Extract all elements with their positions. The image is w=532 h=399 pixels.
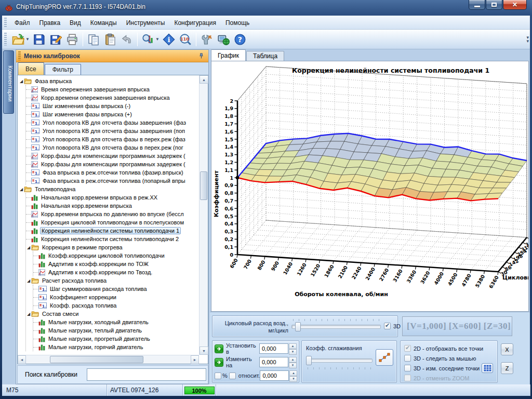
tree-item[interactable]: Малые нагрузки, горячий двигатель <box>33 343 199 351</box>
menu-item-7[interactable]: Помощь <box>221 17 254 29</box>
maximize-button[interactable] <box>486 0 502 10</box>
option-checkbox-2[interactable] <box>404 355 411 362</box>
tree-item[interactable]: 1.2Угол поворота КВ для отсчета фазы зав… <box>26 118 199 127</box>
tree-folder[interactable]: ◢Коррекция в режиме прогрева <box>26 243 199 251</box>
tree-item[interactable]: 1.2Угол поворота КВ для отсчета фазы зав… <box>26 127 199 135</box>
checkbox-relative[interactable] <box>229 373 236 379</box>
tree-folder[interactable]: ◢Топливоподача <box>19 185 199 193</box>
air-flow-slider[interactable] <box>291 322 381 332</box>
smoothing-slider[interactable] <box>306 355 373 366</box>
smoothing-apply-button[interactable] <box>376 349 393 366</box>
checkbox-3d[interactable] <box>384 323 391 329</box>
title-bar[interactable]: ChipTuningPRO ver.7.7.1.1193 - I574DA01.… <box>0 0 532 16</box>
scroll-up-icon[interactable]: ▲ <box>200 75 208 84</box>
chart-view-button[interactable] <box>140 32 156 47</box>
checkbox-percent[interactable] <box>215 373 221 379</box>
change-by-input[interactable] <box>259 357 288 367</box>
tab-таблица[interactable]: Таблица <box>246 51 284 61</box>
menu-item-5[interactable]: Инструменты <box>122 17 170 29</box>
open-file-button[interactable] <box>10 32 26 47</box>
smoothing-slider-thumb[interactable] <box>306 356 312 365</box>
option-checkbox-3[interactable] <box>404 365 411 371</box>
menu-item-3[interactable]: Вид <box>65 17 86 29</box>
set-to-stepper[interactable]: ▲▼ <box>289 343 297 354</box>
tree-item[interactable]: Коррекция нелинейности системы топливопо… <box>26 235 199 243</box>
tab-график[interactable]: График <box>211 49 246 61</box>
tree-vscroll-thumb[interactable] <box>200 171 207 200</box>
menu-item-4[interactable]: Команды <box>86 17 122 29</box>
tree-folder[interactable]: ◢Расчет расхода топлива <box>26 276 199 285</box>
zoom-110-button[interactable]: 110 <box>178 32 193 47</box>
tree-item[interactable]: Начальная корр.времени впрыска <box>26 202 199 210</box>
tree-horizontal-scrollbar[interactable]: ◄ ► <box>18 355 199 364</box>
expand-icon[interactable]: ◢ <box>19 187 24 192</box>
air-flow-slider-thumb[interactable] <box>295 322 301 331</box>
tab-все[interactable]: Все <box>18 62 44 75</box>
percent-stepper[interactable]: ▲▼ <box>289 370 297 381</box>
tree-item[interactable]: Коэфф.коррекции цикловой топливоподачи <box>33 251 199 260</box>
expand-icon[interactable]: ◢ <box>26 278 31 283</box>
expand-icon[interactable]: ◢ <box>26 245 31 250</box>
tree-item[interactable]: 1.2Шаг изменения фазы впрыска (-) <box>26 102 199 110</box>
tree-item[interactable]: Время опережения завершения впрыска <box>26 85 199 94</box>
pin-icon[interactable] <box>198 51 204 61</box>
scroll-left-icon[interactable]: ◄ <box>18 355 26 364</box>
apply-change-button[interactable] <box>215 358 223 367</box>
expand-icon[interactable]: ◢ <box>26 312 31 316</box>
menu-grip[interactable] <box>4 18 7 27</box>
tree-item[interactable]: Малые нагрузки, теплый двигатель <box>33 326 199 335</box>
tree-item[interactable]: 1.2Фаза впрыска в реж.отсечки топлива (п… <box>26 177 199 185</box>
tab-comments[interactable]: Комментарии <box>3 50 14 114</box>
tree-item[interactable]: Коррекция цикловой топливоподачи в после… <box>26 218 199 227</box>
paste-button[interactable] <box>102 32 118 47</box>
tree-item[interactable]: Аддтитив к коэфф.коррекции по Твозд. <box>33 268 199 276</box>
print-button[interactable] <box>64 32 80 47</box>
tree-folder[interactable]: ◢Фаза впрыска <box>19 77 199 85</box>
network-button[interactable] <box>216 32 231 47</box>
save-edit-button[interactable] <box>48 32 63 47</box>
z-axis-button[interactable]: Z <box>501 362 513 374</box>
tree-item[interactable]: Малые нагрузки, прогретый двигатель <box>33 335 199 343</box>
scroll-down-icon[interactable]: ▼ <box>200 347 208 355</box>
undo-button[interactable] <box>119 32 135 47</box>
tree-item[interactable]: Начальная корр.времени впрыска в реж.ХХ <box>26 193 199 202</box>
open-file-dropdown-icon[interactable]: ▼ <box>25 37 30 42</box>
tree-item[interactable]: 1.2Коэфф. расхода топлива <box>33 301 199 310</box>
tab-фильтр[interactable]: Фильтр <box>45 64 81 75</box>
grid-select-button[interactable] <box>482 363 493 373</box>
search-input[interactable] <box>87 368 206 381</box>
change-by-stepper[interactable]: ▲▼ <box>289 357 297 367</box>
chart-area[interactable]: 00,10,20,30,40,50,60,70,80,911,11,21,31,… <box>211 61 529 312</box>
tree-item[interactable]: 1.2Коэффициент коррекции <box>33 293 199 301</box>
tree-item[interactable]: Корр.времени впрыска по давлению во впус… <box>26 210 199 218</box>
percent-input[interactable] <box>260 370 289 381</box>
surface-chart[interactable]: 00,10,20,30,40,50,60,70,80,911,11,21,31,… <box>211 61 528 311</box>
close-button[interactable]: ✕ <box>503 0 527 10</box>
apply-set-button[interactable] <box>215 344 223 353</box>
tools-button[interactable] <box>199 32 215 47</box>
expand-icon[interactable]: ◢ <box>19 79 24 84</box>
tree-item[interactable]: 1.2Угол поворота КВ для отсчета фазы в п… <box>26 135 199 143</box>
chart-view-dropdown-icon[interactable]: ▼ <box>155 37 159 42</box>
toolbar-grip[interactable] <box>4 33 7 46</box>
tree-item[interactable]: Корр.фазы для компенсации программных за… <box>26 160 199 168</box>
scroll-right-icon[interactable]: ► <box>191 355 199 364</box>
tree-hscroll-thumb[interactable] <box>50 356 143 363</box>
menu-item-2[interactable]: Правка <box>35 17 65 29</box>
toolbar-overflow-icon[interactable]: ▾▾ <box>526 36 529 43</box>
tree-item[interactable]: 1.2Шаг суммирования расхода топлива <box>33 285 199 293</box>
tree-vertical-scrollbar[interactable]: ▲ ▼ <box>199 75 208 355</box>
menu-item-6[interactable]: Конфигурация <box>169 17 221 29</box>
tree-item[interactable]: 1.2Угол поворота КВ для отсчета фазы в п… <box>26 143 199 152</box>
calibration-panel-header[interactable]: Меню калибровок <box>16 50 208 62</box>
tree-item[interactable]: Коррекция нелинейности системы топливопо… <box>26 227 199 235</box>
tree-item[interactable]: Корр.времени опережения завершения впрыс… <box>26 94 199 102</box>
tree-folder[interactable]: ◢Состав смеси <box>26 310 199 318</box>
tree-item[interactable]: 1.2Шаг изменения фазы впрыска (+) <box>26 110 199 118</box>
tree-item[interactable]: Аддтитив к коэфф.коррекции по ТОЖ <box>33 260 199 268</box>
tree-item[interactable]: Корр.фазы для компенсации программных за… <box>26 152 199 160</box>
set-to-input[interactable] <box>259 343 288 354</box>
copy-button[interactable] <box>86 32 101 47</box>
x-axis-button[interactable]: X <box>501 343 513 355</box>
tree-item[interactable]: 1.2Фаза впрыска в реж.отсечки топлива (ф… <box>26 168 199 177</box>
